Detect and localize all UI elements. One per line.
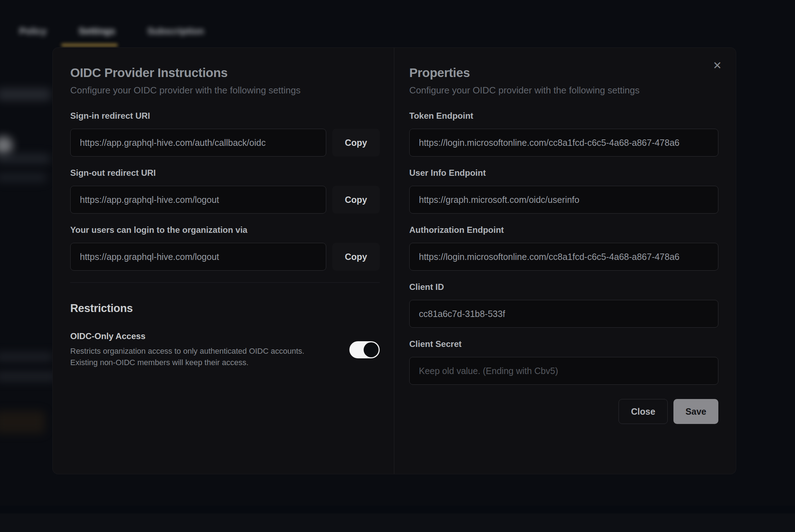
user-info-endpoint-input[interactable] [409,186,718,214]
instructions-title: OIDC Provider Instructions [70,66,380,80]
login-url-input[interactable] [70,243,326,271]
user-info-endpoint-label: User Info Endpoint [409,168,718,178]
blurred-background-text [0,88,51,101]
oidc-instructions-panel: OIDC Provider Instructions Configure you… [53,48,394,474]
blurred-background-text [0,154,50,163]
oidc-only-access-label: OIDC-Only Access [70,331,339,341]
sign-in-redirect-label: Sign-in redirect URI [70,111,380,121]
tab-settings[interactable]: Settings [74,22,120,40]
copy-sign-out-button[interactable]: Copy [332,186,380,214]
blurred-background-text [0,372,56,382]
oidc-settings-dialog: ✕ OIDC Provider Instructions Configure y… [52,47,736,474]
blurred-background-text [0,352,53,362]
login-url-label: Your users can login to the organization… [70,225,380,235]
description-line-1: Restricts organization access to only au… [70,346,339,357]
copy-sign-in-button[interactable]: Copy [332,129,380,157]
dialog-actions: Close Save [409,399,718,424]
restrictions-title: Restrictions [70,302,380,315]
sign-out-redirect-field: Sign-out redirect URI Copy [70,168,380,214]
client-secret-label: Client Secret [409,339,718,349]
client-secret-input[interactable] [409,357,718,385]
footer-separator [0,506,795,513]
sign-in-redirect-field: Sign-in redirect URI Copy [70,111,380,157]
oidc-only-access-toggle[interactable] [349,341,380,358]
blurred-background-button [0,411,45,434]
authorization-endpoint-field: Authorization Endpoint [409,225,718,271]
description-line-2: Existing non-OIDC members will keep thei… [70,357,339,368]
sign-out-redirect-input[interactable] [70,186,326,214]
properties-panel: Properties Configure your OIDC provider … [394,48,736,474]
token-endpoint-field: Token Endpoint [409,111,718,157]
tab-subscription[interactable]: Subscription [142,22,209,40]
token-endpoint-input[interactable] [409,129,718,157]
client-id-input[interactable] [409,300,718,328]
blurred-background-text [0,173,46,182]
blurred-background-badge [0,136,13,155]
sign-in-redirect-input[interactable] [70,129,326,157]
properties-subtitle: Configure your OIDC provider with the fo… [409,85,718,96]
instructions-subtitle: Configure your OIDC provider with the fo… [70,85,380,96]
client-id-label: Client ID [409,282,718,292]
client-id-field: Client ID [409,282,718,328]
authorization-endpoint-label: Authorization Endpoint [409,225,718,235]
token-endpoint-label: Token Endpoint [409,111,718,121]
footer-area [0,513,795,532]
sign-out-redirect-label: Sign-out redirect URI [70,168,380,178]
client-secret-field: Client Secret [409,339,718,385]
background-tab-bar: Policy Settings Subscription [14,22,209,40]
oidc-only-access-description: Restricts organization access to only au… [70,346,339,368]
authorization-endpoint-input[interactable] [409,243,718,271]
oidc-only-access-row: OIDC-Only Access Restricts organization … [70,331,380,368]
section-divider [70,282,380,283]
login-url-field: Your users can login to the organization… [70,225,380,271]
tab-policy[interactable]: Policy [14,22,52,40]
toggle-thumb [364,342,379,357]
user-info-endpoint-field: User Info Endpoint [409,168,718,214]
copy-login-url-button[interactable]: Copy [332,243,380,271]
properties-title: Properties [409,66,718,80]
close-button[interactable]: Close [619,399,668,424]
save-button[interactable]: Save [673,399,718,424]
active-tab-underline [61,44,118,47]
